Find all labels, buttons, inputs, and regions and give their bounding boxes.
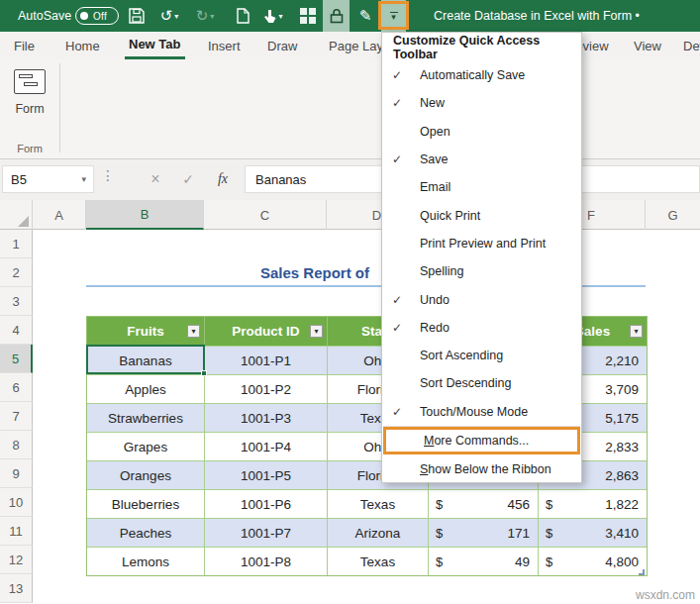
ribbon-group-divider <box>59 63 60 152</box>
filter-dropdown-icon[interactable]: ▾ <box>630 325 643 338</box>
check-icon: ✓ <box>392 96 409 110</box>
menu-item-sort-descending[interactable]: Sort Descending <box>382 369 581 397</box>
cell-c7[interactable]: 1001-P3 <box>205 403 328 432</box>
cell-c9[interactable]: 1001-P5 <box>205 460 328 489</box>
filter-dropdown-icon[interactable]: ▾ <box>187 325 200 338</box>
touch-mouse-mode-button[interactable]: ▾ <box>257 0 289 32</box>
tab-insert[interactable]: Insert <box>204 32 245 59</box>
menu-item-open[interactable]: Open <box>382 118 581 146</box>
row-header-9[interactable]: 9 <box>0 459 33 488</box>
cell-e11[interactable]: $171 <box>429 518 539 547</box>
cell-b12[interactable]: Lemons <box>87 547 205 575</box>
cell-c11[interactable]: 1001-P7 <box>205 518 328 547</box>
menu-item-print-preview[interactable]: Print Preview and Print <box>382 230 581 257</box>
cell-b9[interactable]: Oranges <box>87 460 205 489</box>
row-header-3[interactable]: 3 <box>0 287 33 316</box>
row-header-4[interactable]: 4 <box>0 316 33 345</box>
grid-view-button[interactable] <box>295 0 321 32</box>
undo-dropdown-icon[interactable]: ▾ <box>174 12 178 21</box>
row-header-13[interactable]: 13 <box>0 574 33 603</box>
floppy-icon <box>129 8 145 24</box>
tab-developer[interactable]: Developer <box>679 32 700 59</box>
toggle-knob <box>80 12 88 20</box>
autosave-label: AutoSave <box>18 0 71 32</box>
lock-button[interactable] <box>323 0 350 32</box>
cell-b5[interactable]: Bananas <box>87 346 205 374</box>
cell-c6[interactable]: 1001-P2 <box>205 374 328 403</box>
row-header-6[interactable]: 6 <box>0 373 33 402</box>
tab-new-tab[interactable]: New Tab <box>125 32 185 59</box>
check-icon: ✓ <box>392 405 409 419</box>
menu-item-more-commands[interactable]: More Commands... <box>383 427 580 455</box>
menu-item-show-below-ribbon[interactable]: Show Below the Ribbon <box>382 454 581 483</box>
pen-icon: ✎ <box>359 7 372 25</box>
cell-b10[interactable]: Blueberries <box>87 489 205 518</box>
cell-c10[interactable]: 1001-P6 <box>205 489 328 518</box>
row-header-10[interactable]: 10 <box>0 488 33 517</box>
menu-item-automatically-save[interactable]: ✓Automatically Save <box>382 61 581 89</box>
tab-home[interactable]: Home <box>61 32 104 59</box>
row-header-5[interactable]: 5 <box>0 345 33 373</box>
save-icon[interactable] <box>125 0 149 32</box>
menu-item-spelling[interactable]: Spelling <box>382 257 581 285</box>
menu-item-touch-mouse-mode[interactable]: ✓Touch/Mouse Mode <box>382 398 581 426</box>
menu-item-new[interactable]: ✓New <box>382 89 581 117</box>
row-header-2[interactable]: 2 <box>0 258 33 287</box>
name-box-dropdown-icon[interactable]: ▾ <box>81 174 86 184</box>
customize-qat-button[interactable]: ▾ <box>381 0 406 32</box>
row-header-8[interactable]: 8 <box>0 431 33 459</box>
cell-b11[interactable]: Peaches <box>87 518 205 547</box>
row-header-11[interactable]: 11 <box>0 517 33 546</box>
menu-item-redo[interactable]: ✓Redo <box>382 314 581 342</box>
autosave-toggle[interactable]: Off <box>75 0 119 32</box>
row-header-1[interactable]: 1 <box>0 230 33 258</box>
cell-f12[interactable]: $4,800 <box>539 547 647 575</box>
cell-e10[interactable]: $456 <box>429 489 539 518</box>
inking-button[interactable]: ✎ <box>353 0 377 32</box>
cell-c12[interactable]: 1001-P8 <box>205 547 328 575</box>
cell-b8[interactable]: Grapes <box>87 432 205 460</box>
cell-e12[interactable]: $49 <box>429 547 539 575</box>
table-header-fruits[interactable]: Fruits▾ <box>87 317 205 346</box>
row-header-12[interactable]: 12 <box>0 546 33 574</box>
tab-view[interactable]: View <box>630 32 665 59</box>
cell-d11[interactable]: Arizona <box>328 518 429 547</box>
column-header-c[interactable]: C <box>204 200 327 230</box>
column-header-g[interactable]: G <box>646 200 700 230</box>
menu-item-save[interactable]: ✓Save <box>382 146 581 173</box>
new-document-button[interactable] <box>232 0 253 32</box>
select-all-triangle-icon <box>18 216 29 227</box>
cell-d12[interactable]: Texas <box>328 547 429 575</box>
touch-dropdown-icon[interactable]: ▾ <box>278 12 282 21</box>
cancel-entry-button[interactable]: × <box>142 165 169 193</box>
column-header-a[interactable]: A <box>33 200 86 230</box>
cell-c8[interactable]: 1001-P4 <box>205 432 328 460</box>
undo-button[interactable]: ↺ ▾ <box>154 0 184 32</box>
column-header-b[interactable]: B <box>86 200 204 230</box>
cell-b7[interactable]: Strawberries <box>87 403 205 432</box>
menu-item-email[interactable]: Email <box>382 173 581 201</box>
cell-f11[interactable]: $3,410 <box>539 518 647 547</box>
row-header-7[interactable]: 7 <box>0 402 33 431</box>
redo-button[interactable]: ↻ ▾ <box>190 0 220 32</box>
sheet-title: Sales Report of <box>260 258 369 287</box>
insert-function-button[interactable]: fx <box>208 165 238 193</box>
name-box[interactable]: B5 ▾ <box>2 165 94 193</box>
cell-d10[interactable]: Texas <box>328 489 429 518</box>
menu-item-sort-ascending[interactable]: Sort Ascending <box>382 342 581 369</box>
tab-draw[interactable]: Draw <box>263 32 301 59</box>
confirm-entry-button[interactable]: ✓ <box>174 165 202 193</box>
tab-file[interactable]: File <box>10 32 39 59</box>
select-all-button[interactable] <box>0 200 33 230</box>
undo-icon: ↺ <box>160 7 173 25</box>
table-header-product-id[interactable]: Product ID▾ <box>205 317 328 346</box>
customize-qat-menu: Customize Quick Access Toolbar ✓Automati… <box>381 32 582 483</box>
filter-dropdown-icon[interactable]: ▾ <box>310 325 323 338</box>
menu-item-quick-print[interactable]: Quick Print <box>382 201 581 229</box>
table-resize-handle[interactable] <box>639 569 645 575</box>
cell-c5[interactable]: 1001-P1 <box>205 346 328 374</box>
cell-f10[interactable]: $1,822 <box>539 489 647 518</box>
form-button[interactable]: Form <box>8 65 51 137</box>
cell-b6[interactable]: Apples <box>87 374 205 403</box>
menu-item-undo[interactable]: ✓Undo <box>382 285 581 313</box>
